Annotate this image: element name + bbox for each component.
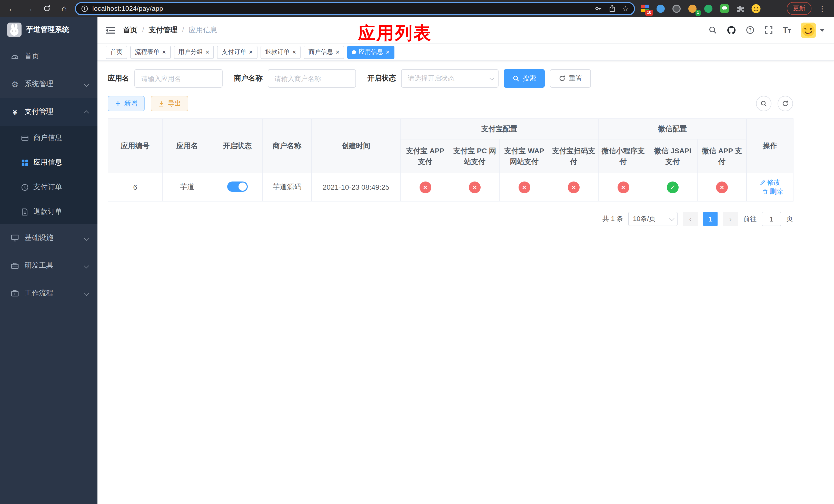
sidebar-item-label: 系统管理 [25, 79, 53, 89]
help-icon[interactable]: ? [746, 26, 754, 35]
browser-update-button[interactable]: 更新 [787, 2, 811, 15]
reset-button[interactable]: 重置 [550, 69, 591, 88]
sidebar-item-workflow[interactable]: 工作流程 [0, 279, 97, 307]
tab-app-info[interactable]: 应用信息 [347, 45, 394, 59]
export-button[interactable]: 导出 [151, 96, 188, 111]
tab-payment-orders[interactable]: 支付订单 [217, 45, 257, 59]
status-toggle[interactable] [227, 181, 247, 191]
tab-user-group[interactable]: 用户分组 [174, 45, 214, 59]
select-placeholder: 请选择开启状态 [408, 74, 455, 83]
sidebar-item-payment[interactable]: 支付管理 [0, 98, 97, 125]
cell-wx-app: × [697, 173, 747, 201]
alipay-qr-status-icon: × [568, 181, 579, 193]
cell-wx-mini: × [598, 173, 648, 201]
breadcrumb-home[interactable]: 首页 [123, 25, 137, 35]
sidebar-item-refund-orders[interactable]: 退款订单 [0, 200, 97, 224]
gear-icon [10, 79, 20, 89]
browser-reload-icon[interactable] [40, 2, 53, 15]
sidebar-item-app-info[interactable]: 应用信息 [0, 150, 97, 175]
extension-grid-icon[interactable]: 10 [639, 3, 650, 14]
extension-dark-icon[interactable] [671, 3, 682, 14]
prev-page-button[interactable] [683, 212, 698, 226]
column-header: 支付宝 WAP 网站支付 [499, 139, 549, 173]
tab-merchant-info[interactable]: 商户信息 [304, 45, 344, 59]
page-size-select[interactable]: 10条/页 [628, 212, 678, 226]
table-row: 6 芋道 芋道源码 2021-10-23 08:49:25 × × × × × … [108, 173, 793, 201]
dashboard-icon [10, 52, 20, 61]
column-header: 支付宝 APP 支付 [400, 139, 450, 173]
navbar: 首页 支付管理 应用信息 应用列表 ? [97, 17, 834, 44]
close-icon[interactable] [162, 48, 166, 56]
sidebar-item-merchant-info[interactable]: 商户信息 [0, 125, 97, 150]
logo-image [7, 23, 22, 37]
close-icon[interactable] [386, 48, 390, 56]
share-icon[interactable] [608, 5, 616, 12]
close-icon[interactable] [249, 48, 253, 56]
cell-alipay-qr: × [549, 173, 598, 201]
bookmark-star-icon[interactable] [622, 4, 629, 13]
tab-label: 首页 [110, 48, 123, 56]
search-icon[interactable] [708, 26, 717, 35]
column-header: 微信小程序支付 [598, 139, 648, 173]
chevron-down-icon [489, 75, 495, 80]
tab-home[interactable]: 首页 [106, 45, 127, 59]
sidebar-item-infrastructure[interactable]: 基础设施 [0, 224, 97, 252]
page-title-annotation: 应用列表 [358, 22, 432, 45]
close-icon[interactable] [292, 48, 296, 56]
delete-link[interactable]: 删除 [762, 187, 783, 197]
extension-wechat-icon[interactable] [703, 3, 714, 14]
browser-menu-icon[interactable] [815, 2, 829, 15]
merchant-name-input[interactable] [268, 69, 356, 88]
sidebar-item-label: 工作流程 [25, 289, 53, 298]
sidebar-item-dev-tools[interactable]: 研发工具 [0, 252, 97, 279]
next-page-button[interactable] [723, 212, 738, 226]
refresh-button[interactable] [777, 96, 793, 111]
export-button-label: 导出 [168, 99, 181, 108]
add-button[interactable]: 新增 [108, 96, 145, 111]
status-select[interactable]: 请选择开启状态 [401, 69, 499, 88]
password-key-icon[interactable] [594, 5, 602, 12]
browser-home-icon[interactable] [58, 2, 71, 15]
sidebar-item-system[interactable]: 系统管理 [0, 70, 97, 98]
browser-forward-icon[interactable] [23, 2, 36, 15]
column-header: 微信 APP 支付 [697, 139, 747, 173]
app-name-input[interactable] [134, 69, 223, 88]
page-number-current[interactable]: 1 [703, 212, 718, 226]
extension-chat-icon[interactable] [719, 3, 730, 14]
cell-alipay-wap: × [499, 173, 549, 201]
browser-back-icon[interactable] [5, 2, 19, 15]
reset-button-label: 重置 [569, 74, 582, 83]
close-icon[interactable] [205, 48, 209, 56]
sidebar-item-label: 支付订单 [33, 183, 62, 192]
sidebar-menu: 首页 系统管理 支付管理 商户信息 [0, 43, 97, 307]
site-info-icon[interactable] [81, 5, 88, 12]
sidebar-item-home[interactable]: 首页 [0, 43, 97, 70]
sidebar-item-payment-orders[interactable]: 支付订单 [0, 175, 97, 200]
fullscreen-icon[interactable] [764, 26, 773, 35]
breadcrumb-payment[interactable]: 支付管理 [137, 25, 177, 35]
user-menu[interactable] [801, 22, 825, 38]
extension-drop-icon[interactable] [655, 3, 666, 14]
cell-actions: 修改 删除 [747, 173, 793, 201]
column-header: 开启状态 [212, 119, 262, 173]
goto-page-input[interactable] [762, 212, 781, 226]
cell-app-name: 芋道 [162, 173, 212, 201]
hamburger-icon[interactable] [106, 26, 115, 34]
chevron-down-icon [84, 82, 89, 87]
browser-profile-avatar[interactable] [750, 3, 762, 14]
app-logo[interactable]: 芋道管理系统 [0, 17, 97, 43]
address-bar[interactable]: localhost:1024/pay/app [75, 2, 635, 15]
toggle-search-button[interactable] [756, 96, 771, 111]
sidebar-item-label: 首页 [25, 52, 39, 61]
tab-process-form[interactable]: 流程表单 [130, 45, 171, 59]
app-frame: 芋道管理系统 首页 系统管理 支付管理 [0, 17, 834, 504]
github-icon[interactable] [727, 25, 736, 35]
alipay-pc-status-icon: × [469, 181, 481, 193]
tab-refund-orders[interactable]: 退款订单 [261, 45, 301, 59]
close-icon[interactable] [336, 48, 339, 56]
font-size-icon[interactable] [783, 25, 791, 35]
extension-avatar-icon[interactable]: 1 [687, 3, 698, 14]
edit-link[interactable]: 修改 [760, 178, 781, 187]
search-button[interactable]: 搜索 [504, 69, 545, 88]
extensions-puzzle-icon[interactable] [734, 3, 746, 14]
